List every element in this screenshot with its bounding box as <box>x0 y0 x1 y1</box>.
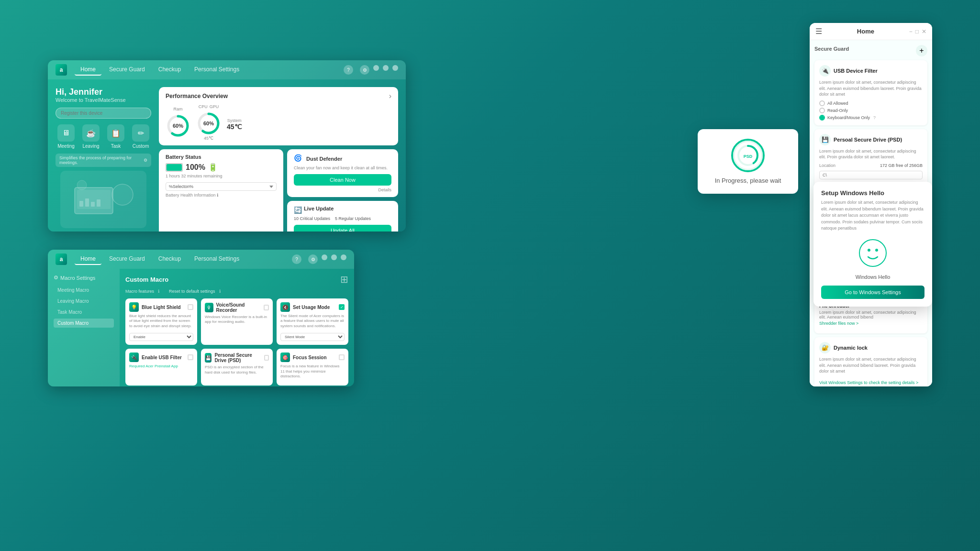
rminimize-icon[interactable]: − <box>909 28 913 35</box>
macro-menu-meeting[interactable]: Meeting Macro <box>54 286 114 295</box>
usb-preinstall-link[interactable]: Required Acer Preinstall App <box>129 364 193 368</box>
tab-home[interactable]: Home <box>75 64 101 76</box>
right-titlebar: ☰ Home − □ ✕ <box>810 23 932 40</box>
shredder-link[interactable]: Shredder files now > <box>819 321 923 326</box>
update-all-button[interactable]: Update All <box>294 225 391 231</box>
macro-menu: Meeting Macro Leaving Macro Task Macro C… <box>54 286 114 328</box>
psd-loc-val: 172 GB free of 256GB <box>880 163 923 168</box>
macro-card-header-4: 🔌 Enable USB Filter <box>129 353 193 362</box>
macro-card-usb: 🔌 Enable USB Filter Required Acer Preins… <box>125 349 197 386</box>
svg-rect-7 <box>97 199 100 207</box>
features-info-icon: ℹ <box>158 289 159 294</box>
live-update-title: Live Update <box>304 206 334 211</box>
macro-menu-custom[interactable]: Custom Macro <box>54 319 114 328</box>
macro-menu-leaving[interactable]: Leaving Macro <box>54 297 114 306</box>
float-card-psd: PSD In Progress, please wait <box>698 129 798 194</box>
usage-checkbox[interactable]: ✓ <box>339 304 345 310</box>
sg-psd-header: 💾 Persoal Secure Drive (PSD) <box>819 134 923 145</box>
radio-all-allowed[interactable]: All Allowed <box>819 100 923 106</box>
bsettings-icon[interactable]: ⚙ <box>308 254 318 264</box>
btab-personal-settings[interactable]: Personal Settings <box>189 253 245 265</box>
bminimize-btn[interactable] <box>322 254 327 260</box>
focus-checkbox[interactable] <box>339 354 345 360</box>
usb-radio-group: All Allowed Read-Only Keyboard/Mouse Onl… <box>819 100 923 121</box>
update-counts: 10 Critical Updates 5 Regular Updates <box>294 216 391 221</box>
macro-cards-grid: 💡 Blue Light Shield Blue light shield re… <box>125 298 348 386</box>
register-input[interactable] <box>56 108 151 119</box>
macro-card-focus: 🎯 Focus Session Focus is a new feature i… <box>277 349 348 386</box>
tab-checkup[interactable]: Checkup <box>153 64 187 76</box>
dynamic-lock-link[interactable]: Visit Windows Settings to check the sett… <box>819 380 918 385</box>
clean-now-button[interactable]: Clean Now <box>294 174 391 186</box>
bclose-btn[interactable] <box>341 254 346 260</box>
close-btn[interactable] <box>392 65 398 71</box>
usb-checkbox[interactable] <box>188 354 193 360</box>
usage-select[interactable]: Silent Mode <box>280 333 345 341</box>
usage-icon: 🔇 <box>280 302 290 312</box>
quick-action-meeting[interactable]: 🖥 Meeting <box>56 124 77 149</box>
quick-action-leaving[interactable]: ☕ Leaving <box>80 124 101 149</box>
dust-details-link[interactable]: Details <box>294 187 391 192</box>
minimize-btn[interactable] <box>373 65 379 71</box>
sg-psd-title: Persoal Secure Drive (PSD) <box>834 137 902 143</box>
tab-personal-settings[interactable]: Personal Settings <box>189 64 245 76</box>
leaving-icon: ☕ <box>82 124 100 142</box>
bottom-win-controls: ? ⚙ <box>289 254 346 264</box>
battery-pct: 100% <box>186 163 205 172</box>
radio-help-icon: ? <box>873 115 876 120</box>
blue-light-select[interactable]: Enable <box>129 333 193 341</box>
battery-select[interactable]: %Selecton% <box>166 182 277 191</box>
psd-progress-icon: PSD <box>731 139 765 172</box>
macro-main: Custom Macro ⊞ Macro features ℹ Reset to… <box>120 269 354 386</box>
cpu-value: 60% <box>203 121 214 126</box>
dust-desc: Clean your fan now and keep it clean at … <box>294 165 391 170</box>
radio-label-read: Read-Only <box>827 108 848 113</box>
psd-search-input[interactable] <box>819 171 923 179</box>
help-icon[interactable]: ? <box>344 65 353 75</box>
go-windows-settings-button[interactable]: Go to Windows Settings <box>821 286 924 299</box>
battery-bar: 100% 🔋 <box>166 163 277 172</box>
psd-inner-ring: PSD <box>733 141 763 170</box>
btab-home[interactable]: Home <box>75 253 101 265</box>
macro-card-voice: 🎙 Voice/Sound Recorder Windows Voice Rec… <box>201 298 273 345</box>
macro-sidebar-title: ⚙ Macro Settings <box>54 275 114 281</box>
sg-dynamic-icon: 🔐 <box>819 342 831 353</box>
radio-read-only[interactable]: Read-Only <box>819 108 923 113</box>
sg-psd-icon: 💾 <box>819 134 831 145</box>
expand-button[interactable]: › <box>389 92 391 100</box>
quick-action-task[interactable]: 📋 Task <box>105 124 126 149</box>
hello-brand-name: Windows Hello <box>821 274 924 280</box>
rclose-icon[interactable]: ✕ <box>922 28 926 35</box>
voice-title: Voice/Sound Recorder <box>216 302 261 313</box>
quick-action-custom[interactable]: ✏ Custom <box>130 124 151 149</box>
battery-info-link[interactable]: Battery Health Information ℹ <box>166 193 277 198</box>
rmaximize-icon[interactable]: □ <box>915 28 919 35</box>
macro-add-icon[interactable]: ⊞ <box>340 274 348 285</box>
settings-small-icon[interactable]: ⚙ <box>144 158 147 163</box>
macro-reset-label[interactable]: Reset to default settings <box>169 289 215 294</box>
radio-keyboard-only[interactable]: Keyboard/Mouse Only ? <box>819 115 923 121</box>
right-col-panels: 🌀 Dust Defender Clean your fan now and k… <box>287 149 398 231</box>
settings-icon[interactable]: ⚙ <box>360 65 369 75</box>
btab-secure-guard[interactable]: Secure Guard <box>103 253 151 265</box>
radio-circle-all <box>819 100 825 106</box>
maximize-btn[interactable] <box>383 65 389 71</box>
blue-light-checkbox[interactable] <box>188 304 193 310</box>
battery-title: Battery Status <box>166 154 277 160</box>
bottom-nav-tabs: Home Secure Guard Checkup Personal Setti… <box>75 253 289 265</box>
bmaximize-btn[interactable] <box>331 254 337 260</box>
sg-psd-desc: Lorem ipsum dolor sit amet, consectetur … <box>819 148 923 160</box>
bhelp-icon[interactable]: ? <box>292 254 301 264</box>
psd-location-row: Location 172 GB free of 256GB <box>819 163 923 168</box>
macro-menu-task[interactable]: Task Macro <box>54 308 114 317</box>
psd-checkbox[interactable] <box>264 355 269 361</box>
secure-add-icon[interactable]: + <box>916 45 927 56</box>
hamburger-icon[interactable]: ☰ <box>815 27 822 36</box>
perf-meters: Ram 60% CPU GPU <box>166 104 391 141</box>
tab-secure-guard[interactable]: Secure Guard <box>103 64 151 76</box>
svg-point-3 <box>77 180 87 190</box>
usage-desc: The Silent mode of Acer computers is a f… <box>280 314 345 329</box>
voice-checkbox[interactable] <box>264 305 269 310</box>
macro-card-header-1: 💡 Blue Light Shield <box>129 302 193 312</box>
btab-checkup[interactable]: Checkup <box>153 253 187 265</box>
